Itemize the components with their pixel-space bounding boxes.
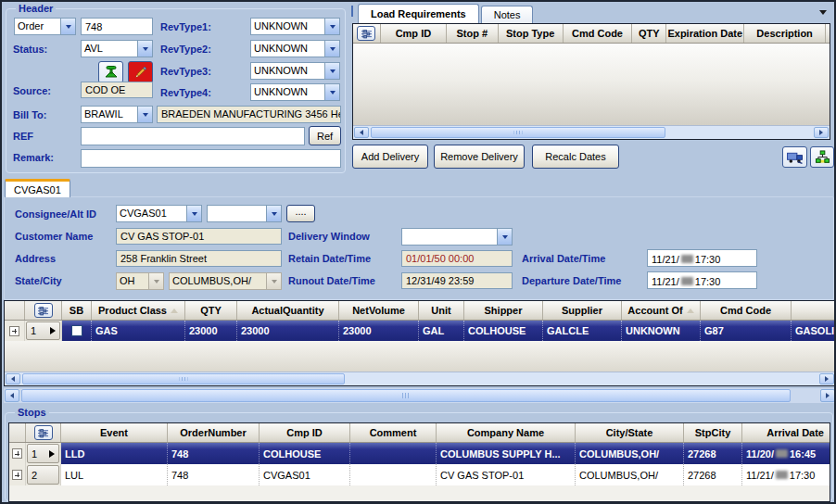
- cell-event[interactable]: LLD: [61, 443, 168, 464]
- status-dropdown[interactable]: AVL: [81, 40, 153, 57]
- chevron-down-icon[interactable]: [324, 19, 339, 34]
- expand-plus-icon[interactable]: [12, 470, 22, 480]
- scroll-left-button[interactable]: [6, 373, 20, 384]
- scroll-track[interactable]: [791, 389, 820, 402]
- cell-order-number[interactable]: 748: [168, 443, 260, 464]
- product-row-1[interactable]: 1 GAS 23000 23000 23000 GAL COLHOUSE GAL…: [5, 321, 835, 341]
- city-dropdown[interactable]: COLUMBUS,OH/: [169, 272, 282, 290]
- scroll-right-button[interactable]: [820, 389, 835, 402]
- cell-company-name[interactable]: CV GAS STOP-01: [437, 464, 576, 485]
- edit-order-button[interactable]: [128, 61, 153, 83]
- expand-plus-icon[interactable]: [9, 326, 19, 336]
- column-chooser-button[interactable]: [34, 425, 53, 440]
- consignee-id-dropdown[interactable]: CVGAS01: [116, 205, 202, 222]
- recalc-dates-button[interactable]: Recalc Dates: [532, 145, 619, 169]
- scroll-thumb[interactable]: [371, 127, 665, 138]
- col-header-net-volume[interactable]: NetVolume: [339, 301, 419, 320]
- order-type-dropdown[interactable]: Order: [14, 18, 76, 35]
- cell-city-state[interactable]: COLUMBUS,OH/: [576, 464, 684, 485]
- row-selector[interactable]: 1: [27, 444, 59, 463]
- assign-truck-button[interactable]: [782, 146, 807, 168]
- col-header-qty[interactable]: QTY: [632, 24, 666, 43]
- cell-stp-city[interactable]: 27268: [684, 443, 742, 464]
- chevron-down-icon[interactable]: [186, 206, 201, 221]
- tabstrip-drag-handle[interactable]: [351, 6, 353, 17]
- col-header-city-state[interactable]: City/State: [576, 423, 684, 442]
- stop-row-2[interactable]: 2 LUL 748 CVGAS01 CV GAS STOP-01 COLUMBU…: [9, 464, 830, 485]
- departure-field[interactable]: 11/21/17:30: [647, 271, 757, 289]
- chevron-down-icon[interactable]: [324, 63, 339, 79]
- cell-comment[interactable]: [350, 443, 437, 464]
- add-delivery-button[interactable]: Add Delivery: [352, 145, 428, 169]
- order-number-input[interactable]: [81, 18, 153, 35]
- col-header-description[interactable]: Description: [744, 24, 826, 43]
- scroll-thumb[interactable]: [21, 389, 791, 402]
- col-header-sb[interactable]: SB: [62, 301, 92, 320]
- col-header-unit[interactable]: Unit: [419, 301, 464, 320]
- cell-stp-city[interactable]: 27268: [684, 464, 742, 485]
- tabstrip-menu-arrow-icon[interactable]: [819, 10, 827, 15]
- scroll-right-button[interactable]: [819, 373, 834, 384]
- col-header-cmp-id[interactable]: Cmp ID: [381, 24, 447, 43]
- scroll-track[interactable]: [345, 373, 819, 384]
- cell-cmp-id[interactable]: CVGAS01: [260, 464, 350, 485]
- tab-load-requirements[interactable]: Load Requirements: [358, 4, 479, 23]
- chevron-down-icon[interactable]: [324, 41, 339, 57]
- col-header-supplier[interactable]: Supplier: [543, 301, 622, 320]
- chevron-down-icon[interactable]: [266, 206, 281, 221]
- stop-row-1[interactable]: 1 LLD 748 COLHOUSE COLUMBUS SUPPLY H... …: [9, 443, 830, 464]
- ref-button[interactable]: Ref: [309, 126, 341, 145]
- expand-plus-icon[interactable]: [12, 448, 22, 459]
- scroll-left-button[interactable]: [5, 389, 19, 402]
- col-header-account-of[interactable]: Account Of: [622, 301, 701, 320]
- chevron-down-icon[interactable]: [497, 229, 512, 245]
- alt-id-dropdown[interactable]: [207, 205, 282, 222]
- col-header-stop-type[interactable]: Stop Type: [499, 24, 564, 43]
- cell-city-state[interactable]: COLUMBUS,OH/: [576, 443, 684, 464]
- cell-arrival-date[interactable]: 11/20/16:45: [742, 443, 830, 464]
- row-selector[interactable]: 1: [26, 321, 60, 340]
- cell-comment[interactable]: [350, 464, 437, 485]
- cell-qty[interactable]: 23000: [185, 321, 237, 341]
- chevron-down-icon[interactable]: [60, 19, 75, 34]
- column-chooser-button[interactable]: [34, 303, 53, 318]
- arrival-field[interactable]: 11/21/17:30: [647, 249, 757, 267]
- cell-cmp-id[interactable]: COLHOUSE: [260, 443, 350, 464]
- col-header-order-number[interactable]: OrderNumber: [168, 423, 260, 442]
- revtype1-dropdown[interactable]: UNKNOWN: [250, 18, 340, 35]
- col-header-cmd-code[interactable]: Cmd Code: [564, 24, 633, 43]
- remark-input[interactable]: [81, 149, 341, 168]
- cell-supplier[interactable]: GALCLE: [543, 321, 622, 341]
- ref-input[interactable]: [81, 127, 305, 145]
- column-chooser-button[interactable]: [357, 26, 375, 41]
- delivery-window-dropdown[interactable]: [401, 228, 513, 246]
- col-header-arrival-date[interactable]: Arrival Date: [742, 423, 830, 442]
- chevron-down-icon[interactable]: [324, 84, 339, 100]
- col-header-stp-city[interactable]: StpCity: [684, 423, 742, 442]
- col-header-event[interactable]: Event: [61, 423, 168, 442]
- cell-unit[interactable]: GAL: [419, 321, 464, 341]
- scroll-left-button[interactable]: [354, 127, 369, 138]
- col-header-qty[interactable]: QTY: [185, 301, 237, 320]
- split-order-button[interactable]: [98, 61, 123, 83]
- cell-order-number[interactable]: 748: [168, 464, 260, 485]
- cell-product-class[interactable]: GAS: [92, 321, 185, 341]
- state-dropdown[interactable]: OH: [116, 272, 164, 290]
- consignee-browse-button[interactable]: ....: [286, 205, 315, 222]
- sb-checkbox[interactable]: [71, 325, 82, 336]
- cell-sb[interactable]: [62, 321, 92, 341]
- col-header-stop-num[interactable]: Stop #: [447, 24, 499, 43]
- remove-delivery-button[interactable]: Remove Delivery: [434, 145, 525, 169]
- cell-account-of[interactable]: UNKNOWN: [622, 321, 701, 341]
- scroll-track[interactable]: [665, 127, 814, 138]
- cell-cmd-code[interactable]: G87: [701, 321, 792, 341]
- tab-notes[interactable]: Notes: [481, 6, 534, 23]
- cell-shipper[interactable]: COLHOUSE: [464, 321, 543, 341]
- cell-company-name[interactable]: COLUMBUS SUPPLY H...: [437, 443, 576, 464]
- tab-cvgas01[interactable]: CVGAS01: [5, 179, 70, 197]
- route-network-button[interactable]: [810, 146, 834, 168]
- cell-description[interactable]: GASOLIN: [792, 321, 835, 341]
- col-header-product-class[interactable]: Product Class: [92, 301, 185, 320]
- revtype2-dropdown[interactable]: UNKNOWN: [250, 40, 340, 57]
- row-selector[interactable]: 2: [27, 465, 59, 485]
